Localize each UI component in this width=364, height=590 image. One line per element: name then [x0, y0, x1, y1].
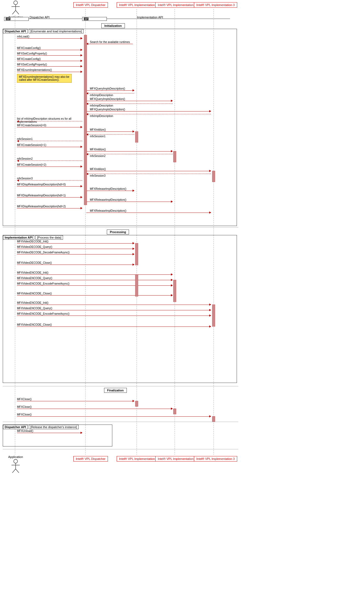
mfxsession3a-label: mfxSession3	[90, 174, 105, 177]
actor-application-bottom: Application	[8, 455, 23, 474]
arrow-videoencode-encode1	[17, 285, 173, 286]
mfxvideoencode-init2-label: MFXVideoENCODE_Init()	[17, 301, 48, 304]
frame-process-data-label: [Process the data]	[35, 235, 63, 240]
arrow-mfxinitialize2	[86, 151, 173, 151]
frame-dispatcher-label: Dispatcher API	[3, 29, 28, 33]
arrow-videoencode-close1	[17, 295, 173, 296]
mfximplDescription1-label: mfxImplDescription	[90, 94, 113, 97]
arrow-createsession1	[17, 147, 82, 147]
app-ref-box: ref	[4, 17, 29, 21]
mfxcreateconfig1-label: MFXCreateConfig()	[17, 47, 41, 50]
mfxclose2-label: MFXClose()	[17, 405, 31, 408]
mfxdisprelease2-label: MFXDispReleaseImplDescription(hdl=2)	[17, 205, 66, 208]
frame-enumerate-label: [Enumerate and load implementations]	[29, 29, 84, 33]
application-label-bottom: Application	[8, 455, 23, 459]
arrow-mfxsession1-return	[86, 134, 134, 134]
mfxvideodecode-close-label: MFXVideoDECODE_Close()	[17, 261, 52, 264]
arrow-videoencode-init1	[17, 274, 173, 275]
arrow-mfxclose2	[17, 409, 173, 409]
arrow-enumimpl	[17, 72, 82, 72]
mfxdisprelease0-label: MFXDispReleaseImplDescription(hdl=0)	[17, 183, 66, 186]
mfxsession2b-label: mfxSession2	[17, 157, 33, 160]
mfxqueryimplsdesc2-label: MFXQueryImplsDescription()	[90, 98, 125, 101]
mfxsetconfigprop1-label: MFXSetConfigProperty()	[17, 52, 47, 55]
svg-line-8	[12, 469, 16, 473]
initialization-label: Initialization	[101, 23, 125, 28]
arrow-videoencode-query2	[17, 310, 211, 310]
arrow-disprelease2	[17, 208, 82, 208]
arrow-disprelease0	[17, 186, 82, 187]
mfxvideoencode-query2-label: MFXVideoENCODE_Query()	[17, 307, 52, 310]
mfxvideoencode-close2-label: MFXVideoENCODE_Close()	[17, 323, 52, 326]
mfxunload-label: MFXUnload()	[17, 429, 33, 433]
arrow-videoencode-close2	[17, 326, 211, 327]
impl2-box-bottom: Intel® VPL Implementation 2	[155, 456, 199, 462]
note-enum: MFXEnumImplementations() may also be cal…	[17, 74, 72, 83]
dispatcher-release-frame: Dispatcher API [Release the dispatcher's…	[3, 425, 112, 446]
arrow-createsession2	[17, 167, 82, 167]
impl-api-line	[107, 19, 230, 19]
mfxinitialize3-label: MFXInitilize()	[90, 168, 106, 171]
mfxqueryimplsdesc3-label: MFXQueryImplsDescription()	[90, 108, 125, 111]
mfximplDescription1-arrow	[86, 93, 134, 93]
impl-ref-box: ref	[82, 17, 107, 21]
mfxclose3-label: MFXClose()	[17, 413, 31, 416]
arrow-videoencode-init2	[17, 305, 211, 305]
diagram-container: Application Intel® VPL Dispatcher Intel®…	[0, 0, 364, 590]
mfxload-label: mfxLoad()	[17, 35, 29, 38]
impl2-box-top: Intel® VPL Implementation 2	[155, 2, 199, 8]
finalization-label: Finalization	[104, 388, 127, 393]
mfxcreatesession2-label: MFXCreateSession(i=2)	[17, 163, 46, 166]
arrow-queryimplsdesc1	[86, 90, 134, 91]
mfxinitialize1-label: MFXInitilize()	[90, 128, 106, 131]
arrow-mfxinitialize3	[86, 171, 211, 171]
frame-dispatcher-release-label: Dispatcher API	[3, 425, 28, 429]
mfxvideodecode-init-label: MFXVideoDECODE_Init()	[17, 240, 48, 243]
arrow-mfxinitialize1	[86, 131, 134, 132]
mfxqueryimplsdesc1-label: MFXQueryImplsDescription()	[90, 87, 125, 90]
mfxreleaseimpl3-label: MFXReleaseImplDescription()	[90, 209, 126, 212]
mfxvideoencode-init1-label: MFXVideoENCODE_Init()	[17, 271, 48, 274]
arrow-videodecode-close	[17, 265, 134, 265]
arrow-list-impldesc	[17, 121, 82, 121]
arrow-releaseimpl3	[86, 213, 211, 213]
mfxvideoencode-encode1-label: MFXVideoENCODE_EncodeFrameAsync()	[17, 282, 70, 285]
list-impldesc-label: list of mfxImplDescription structures es…	[17, 117, 85, 123]
impl1-box-bottom: Intel® VPL Implementation 1	[117, 456, 160, 462]
svg-point-5	[14, 459, 18, 463]
arrow-queryimplsdesc2	[86, 101, 173, 101]
arrow-queryimplsdesc3	[86, 111, 211, 111]
svg-line-3	[12, 10, 16, 14]
arrow-createsession0	[17, 127, 82, 127]
arrow-mfxclose1	[17, 401, 134, 401]
processing-label: Processing	[107, 230, 129, 234]
mfxsetconfigprop2-label: MFXSetConfigProperty()	[17, 63, 47, 66]
mfximplDescription2-arrow	[86, 104, 173, 104]
arrow-disprelease1	[17, 197, 82, 197]
mfxclose1-label: MFXClose()	[17, 398, 31, 401]
mfxcreateconfig2-label: MFXCreateConfig()	[17, 58, 41, 61]
actor-application-top: Application	[8, 0, 23, 19]
mfxsession1b-label: mfxSession1	[17, 138, 33, 141]
arrow-videodecode-query	[17, 249, 134, 249]
mfxdisprelease1-label: MFXDispReleaseImplDescription(hdl=1)	[17, 194, 66, 197]
arrow-mfxsession2-app	[17, 161, 82, 161]
dispatcher-box-bottom: Intel® VPL Dispatcher	[73, 456, 108, 462]
dispatcher-api-text: Dispatcher API	[30, 16, 50, 19]
ref-tag-1: ref	[6, 18, 10, 20]
search-runtimes-label: Search for the available runtimes	[90, 41, 130, 44]
arrow-mfxsession3-return	[86, 174, 211, 174]
mfxvideoencode-query1-label: MFXVideoENCODE_Query()	[17, 277, 52, 280]
svg-line-9	[16, 469, 19, 473]
mfxvideodecode-decode-label: MFXVideoDECODE_DecodeFrameAsync()	[17, 251, 70, 254]
mfxvideodecode-query-label: MFXVideoDECODE_Query()	[17, 245, 52, 248]
impl-api-text: Implementation API	[137, 16, 163, 19]
svg-line-4	[16, 10, 19, 14]
mfxcreatesession1-label: MFXCreateSession(i=1)	[17, 144, 46, 147]
arrow-videoencode-encode2	[17, 316, 211, 316]
arrow-videodecode-decode	[17, 254, 134, 254]
application-figure-bottom	[10, 459, 21, 474]
mfxvideoencode-close1-label: MFXVideoENCODE_Close()	[17, 292, 52, 295]
arrow-mfxsession1-app	[17, 141, 82, 141]
ref-tag-2: ref	[84, 18, 88, 20]
